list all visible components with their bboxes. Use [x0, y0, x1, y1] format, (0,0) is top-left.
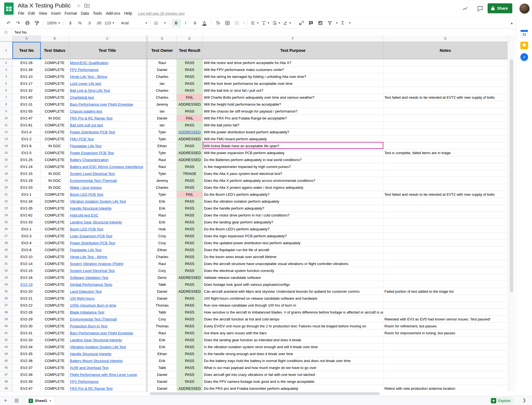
horizontal-align-button[interactable]: ▼ — [249, 19, 260, 27]
header-cell-A1[interactable]: Test No — [12, 42, 41, 59]
cell-E37[interactable]: PASS — [177, 302, 203, 309]
cell-G34[interactable] — [383, 281, 508, 288]
row-header-33[interactable]: 33 — [0, 274, 12, 281]
cell-B19[interactable]: IN DOC — [41, 177, 69, 184]
cell-A16[interactable]: EV1-25 — [12, 156, 41, 163]
calendar-icon[interactable]: 31 — [520, 30, 528, 38]
cell-A27[interactable]: EV2-3 — [12, 233, 41, 240]
insert-comment-button[interactable] — [306, 19, 316, 27]
sheet-tab-menu-icon[interactable]: ▼ — [49, 399, 52, 402]
cell-D24[interactable]: Raul — [148, 212, 177, 219]
title-link[interactable]: Charliebolt test — [70, 95, 94, 100]
cell-E39[interactable]: PASS — [177, 316, 203, 323]
cell-F45[interactable]: Do the battery trays hold the battery in… — [203, 357, 383, 364]
cell-F31[interactable]: Does the aircraft structure have unaccep… — [203, 260, 383, 267]
header-cell-G1[interactable]: Notes — [383, 42, 508, 59]
borders-button[interactable] — [223, 19, 232, 27]
title-link[interactable]: Flopdapter Life Test — [70, 144, 102, 148]
cell-B5[interactable]: COMPLETE — [41, 80, 69, 87]
cell-C16[interactable]: Battery Characterization — [69, 156, 146, 163]
cell-E4[interactable]: PASS — [177, 73, 203, 80]
cell-E9[interactable]: PASS — [177, 108, 203, 115]
cell-F32[interactable]: Does the electrical system function corr… — [203, 267, 383, 274]
cell-G32[interactable] — [383, 267, 508, 274]
cell-D17[interactable]: Raul — [148, 163, 177, 170]
cell-A13[interactable]: EV1-2 — [12, 136, 41, 142]
title-link[interactable]: System Level Electrical Test — [70, 172, 115, 176]
title-link[interactable]: FRX Pro & RC Range Test — [70, 116, 113, 120]
cell-D13[interactable]: Tyler — [148, 136, 177, 142]
cell-A48[interactable]: EV2-39 — [12, 378, 41, 385]
title-link[interactable]: System Level Electrical Test — [70, 269, 115, 273]
cell-E17[interactable]: PASS — [177, 163, 203, 170]
cell-D11[interactable]: Ian — [148, 122, 177, 129]
cell-D41[interactable]: Raul — [148, 330, 177, 337]
cell-A15[interactable]: EV1-5 — [12, 149, 41, 156]
cell-A45[interactable]: EV2-36 — [12, 357, 41, 364]
last-edit-link[interactable]: Last edit was 28 minutes ago — [138, 11, 184, 16]
cell-D22[interactable]: Erik — [148, 198, 177, 205]
cell-E31[interactable]: PASS — [177, 260, 203, 267]
cell-E32[interactable]: PASS — [177, 267, 203, 274]
format-percent-button[interactable]: % — [75, 19, 85, 27]
row-header-16[interactable]: 16 — [0, 156, 12, 163]
row-header-42[interactable]: 42 — [0, 337, 12, 343]
explore-button[interactable]: Explore — [489, 397, 514, 404]
insights-icon[interactable] — [460, 3, 470, 14]
cell-F13[interactable]: Will the FMU board perform adequately — [203, 136, 383, 142]
cell-C25[interactable]: Landing Gear Structural Integrity — [69, 219, 146, 226]
cell-F10[interactable]: Will the FRX Pro and Futaba Range be acc… — [203, 115, 383, 122]
column-header-B[interactable]: B — [41, 35, 69, 42]
cell-D34[interactable]: Tabb — [148, 281, 177, 288]
cell-A32[interactable]: EV2-15 — [12, 267, 41, 274]
title-link[interactable]: Environmental Test (Thermal) — [70, 179, 117, 183]
column-header-C[interactable]: C — [69, 35, 146, 42]
row-header-49[interactable]: 49 — [0, 385, 12, 392]
cell-A10[interactable]: EV1-47 — [12, 115, 41, 122]
row-header-27[interactable]: 27 — [0, 233, 12, 240]
title-link[interactable]: Chassis loading test — [70, 109, 102, 113]
row-header-10[interactable]: 10 — [0, 115, 12, 122]
cell-C30[interactable]: Hinge Life Test - Wiring — [69, 253, 146, 260]
cell-B14[interactable]: IN DOC — [41, 142, 69, 149]
cell-F6[interactable]: Will the ball link or strut fail / pull … — [203, 87, 383, 94]
cell-F8[interactable]: Will the height hold performance be acce… — [203, 101, 383, 108]
row-header-32[interactable]: 32 — [0, 267, 12, 274]
cell-B39[interactable]: COMPLETE — [41, 316, 69, 323]
keep-icon[interactable] — [520, 42, 528, 49]
cell-D49[interactable]: Daniel — [148, 385, 177, 392]
cell-F37[interactable]: Run one release candidate unit through 1… — [203, 302, 383, 309]
cell-B20[interactable]: IN DOC — [41, 184, 69, 191]
cell-G3[interactable] — [383, 66, 508, 73]
cell-C42[interactable]: Landing Gear Structural Integrity — [69, 337, 146, 343]
title-link[interactable]: Landing Gear Structural Integrity — [70, 338, 122, 342]
cell-B3[interactable]: COMPLETE — [41, 66, 69, 73]
cell-E33[interactable]: ADDRESSED — [177, 274, 203, 281]
row-header-18[interactable]: 18 — [0, 170, 12, 177]
cell-E25[interactable]: PASS — [177, 219, 203, 226]
cell-B2[interactable]: COMPLETE — [41, 59, 69, 66]
collapse-toolbar-icon[interactable]: ▲ — [508, 20, 515, 26]
cell-A3[interactable]: EV1-39 — [12, 66, 41, 73]
row-header-19[interactable]: 19 — [0, 177, 12, 184]
title-link[interactable]: Hot/cold test ESC — [70, 213, 98, 217]
cell-A21[interactable]: EV1-1 — [12, 191, 41, 198]
title-link[interactable]: Blade Imbalance Test — [70, 310, 104, 314]
row-header-1[interactable]: 1 — [0, 42, 12, 59]
cell-D39[interactable]: Cory — [148, 316, 177, 323]
cell-B40[interactable]: COMPLETE — [41, 323, 69, 330]
cell-C43[interactable]: Vibration Isolation System Life Test — [69, 343, 146, 350]
cell-C38[interactable]: Blade Imbalance Test — [69, 309, 146, 316]
cell-B30[interactable]: COMPLETE — [41, 253, 69, 260]
cell-B47[interactable]: COMPLETE — [41, 371, 69, 378]
cell-G22[interactable] — [383, 198, 508, 205]
cell-D18[interactable]: Tyler — [148, 170, 177, 177]
cell-C18[interactable]: System Level Electrical Test — [69, 170, 146, 177]
cell-F7[interactable]: Will Charlie Bolts perform adequately ov… — [203, 94, 383, 101]
cell-D5[interactable]: Ian — [148, 80, 177, 87]
cell-F35[interactable]: Can aircraft autoland with Mpro and skyv… — [203, 288, 383, 295]
cell-A47[interactable]: EV2-38 — [12, 371, 41, 378]
cell-B16[interactable]: COMPLETE — [41, 156, 69, 163]
cell-G41[interactable]: Room for improvement in tuning, but pass… — [383, 330, 508, 337]
font-select[interactable]: Arial▼ — [120, 19, 149, 27]
